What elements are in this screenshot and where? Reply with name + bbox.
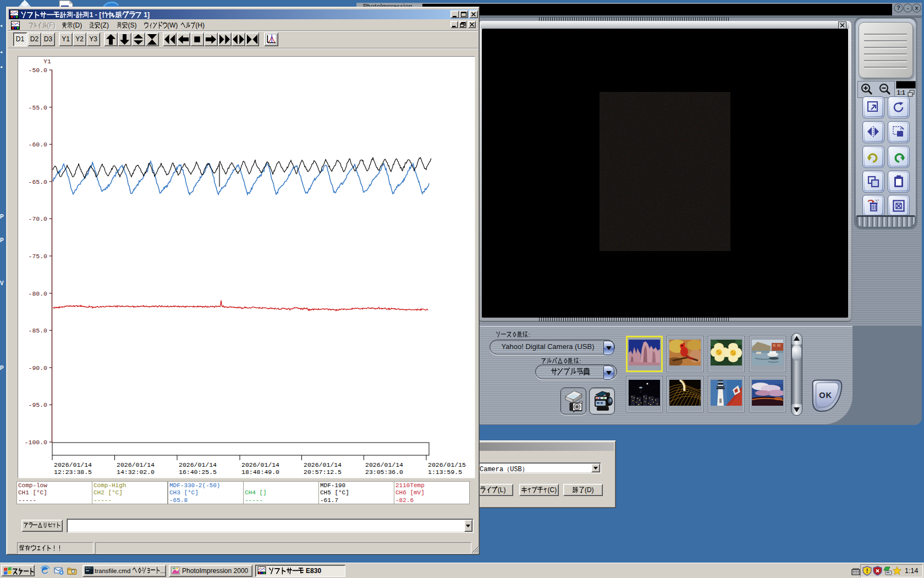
svg-text:-: - xyxy=(907,4,909,11)
svg-text:2026/01/15: 2026/01/15 xyxy=(428,461,466,468)
svg-text:-50.0: -50.0 xyxy=(28,67,47,74)
svg-text:2026/01/14: 2026/01/14 xyxy=(117,461,155,468)
svg-text:20:57:12.5: 20:57:12.5 xyxy=(304,468,342,476)
svg-text:-100.0: -100.0 xyxy=(25,439,48,446)
svg-text:18:48:49.0: 18:48:49.0 xyxy=(241,468,279,476)
svg-text:?: ? xyxy=(897,4,900,11)
svg-text:16:40:25.5: 16:40:25.5 xyxy=(179,468,217,476)
svg-text:-80.0: -80.0 xyxy=(28,290,47,297)
svg-text:12:23:38.5: 12:23:38.5 xyxy=(54,468,92,476)
svg-text:-85.0: -85.0 xyxy=(28,327,47,334)
svg-text:C:\: C:\ xyxy=(86,566,90,569)
svg-text:14:32:02.0: 14:32:02.0 xyxy=(117,468,155,476)
svg-text:2026/01/14: 2026/01/14 xyxy=(365,461,403,468)
svg-text:Y1: Y1 xyxy=(43,58,51,65)
svg-text:-55.0: -55.0 xyxy=(28,104,47,111)
svg-text:23:05:36.0: 23:05:36.0 xyxy=(365,468,403,476)
svg-text:2026/01/14: 2026/01/14 xyxy=(179,461,217,468)
svg-text:OK: OK xyxy=(819,391,832,400)
svg-text:2026/01/14: 2026/01/14 xyxy=(54,461,92,468)
svg-text:-75.0: -75.0 xyxy=(28,253,47,260)
svg-text:-90.0: -90.0 xyxy=(28,364,47,372)
svg-text:2026/01/14: 2026/01/14 xyxy=(304,461,342,468)
svg-text:x: x xyxy=(915,4,919,11)
svg-text:-65.0: -65.0 xyxy=(28,178,47,186)
svg-text:-70.0: -70.0 xyxy=(28,215,47,222)
svg-text:1:13:59.5: 1:13:59.5 xyxy=(428,468,462,476)
svg-text:-95.0: -95.0 xyxy=(28,401,47,408)
svg-text:!: ! xyxy=(866,568,868,574)
svg-text:2026/01/14: 2026/01/14 xyxy=(241,461,279,468)
svg-text:-60.0: -60.0 xyxy=(28,141,47,148)
